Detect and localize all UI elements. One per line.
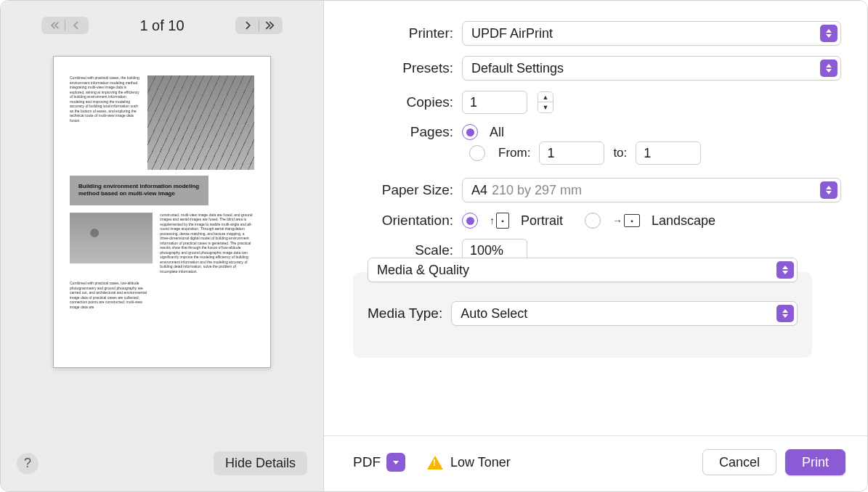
copies-input[interactable]: 1 — [462, 91, 527, 114]
last-page-icon — [264, 20, 277, 30]
stepper-down-icon: ▼ — [538, 102, 553, 112]
prev-page-group[interactable] — [41, 17, 89, 34]
hide-details-button[interactable]: Hide Details — [214, 451, 307, 475]
orientation-landscape-radio[interactable] — [585, 213, 601, 229]
landscape-icon: →▪ — [612, 214, 640, 227]
thumbnail-title: Building environment information modelin… — [70, 176, 208, 205]
copies-stepper[interactable]: ▲ ▼ — [538, 91, 553, 113]
portrait-label: Portrait — [521, 213, 563, 229]
status-text: Low Toner — [450, 455, 511, 470]
presets-value: Default Settings — [471, 61, 564, 76]
pages-to-input[interactable]: 1 — [636, 142, 701, 165]
presets-select[interactable]: Default Settings — [462, 56, 841, 81]
pages-range-radio[interactable] — [469, 145, 485, 161]
media-type-label: Media Type: — [368, 306, 442, 321]
pdf-label: PDF — [353, 454, 381, 470]
next-page-group[interactable] — [235, 17, 283, 34]
next-page-icon — [241, 20, 254, 30]
section-select[interactable]: Media & Quality — [368, 258, 798, 282]
media-type-select[interactable]: Auto Select — [451, 301, 798, 326]
thumbnail-image-1 — [147, 75, 254, 170]
dialog-footer: PDF Low Toner Cancel Print — [324, 435, 867, 491]
chevron-updown-icon — [776, 305, 794, 322]
portrait-icon: ↑▪ — [490, 213, 509, 229]
copies-label: Copies: — [324, 94, 462, 110]
warning-icon — [427, 456, 443, 470]
cancel-button[interactable]: Cancel — [702, 449, 776, 475]
preview-thumbnail-area: Combined with practical cases, the build… — [1, 41, 323, 438]
paper-size-value: A4 — [471, 183, 487, 198]
help-icon: ? — [24, 456, 31, 471]
scale-label: Scale: — [324, 242, 462, 258]
chevron-updown-icon — [776, 261, 794, 279]
paper-size-dimensions: 210 by 297 mm — [492, 183, 582, 198]
page-indicator: 1 of 10 — [139, 17, 184, 34]
chevron-updown-icon — [820, 60, 837, 77]
thumbnail-image-2 — [70, 213, 153, 263]
pages-from-label: From: — [498, 146, 530, 160]
page-thumbnail[interactable]: Combined with practical cases, the build… — [53, 56, 271, 368]
printer-label: Printer: — [324, 25, 462, 41]
prev-page-icon — [70, 20, 83, 30]
printer-select[interactable]: UPDF AirPrint — [462, 21, 841, 46]
preview-nav: 1 of 10 — [1, 1, 323, 41]
orientation-portrait-radio[interactable] — [462, 213, 478, 229]
orientation-label: Orientation: — [324, 213, 462, 229]
printer-status: Low Toner — [427, 455, 511, 470]
pages-label: Pages: — [324, 124, 462, 140]
settings-panel: Printer: UPDF AirPrint Presets: Default … — [324, 1, 867, 491]
landscape-label: Landscape — [652, 213, 715, 229]
print-dialog: 1 of 10 Combined with practical cases, t… — [0, 0, 868, 492]
pdf-menu-button[interactable]: PDF — [353, 453, 405, 472]
presets-label: Presets: — [324, 60, 462, 76]
section-value: Media & Quality — [377, 263, 469, 278]
pages-from-input[interactable]: 1 — [539, 142, 604, 165]
pages-to-label: to: — [613, 146, 627, 160]
stepper-up-icon: ▲ — [538, 92, 553, 102]
chevron-down-icon — [386, 453, 405, 472]
pages-all-radio[interactable] — [462, 124, 478, 140]
media-quality-panel: Media & Quality Media Type: Auto Select — [353, 272, 812, 358]
chevron-updown-icon — [820, 181, 837, 199]
paper-size-select[interactable]: A4 210 by 297 mm — [462, 178, 841, 202]
pages-all-label: All — [490, 125, 504, 140]
preview-panel: 1 of 10 Combined with practical cases, t… — [1, 1, 324, 491]
print-button[interactable]: Print — [785, 449, 845, 475]
help-button[interactable]: ? — [17, 453, 38, 475]
printer-value: UPDF AirPrint — [471, 26, 553, 41]
first-page-icon — [47, 20, 60, 30]
media-type-value: Auto Select — [461, 306, 527, 321]
paper-size-label: Paper Size: — [324, 182, 462, 198]
copies-value: 1 — [470, 95, 477, 110]
chevron-updown-icon — [820, 25, 837, 42]
